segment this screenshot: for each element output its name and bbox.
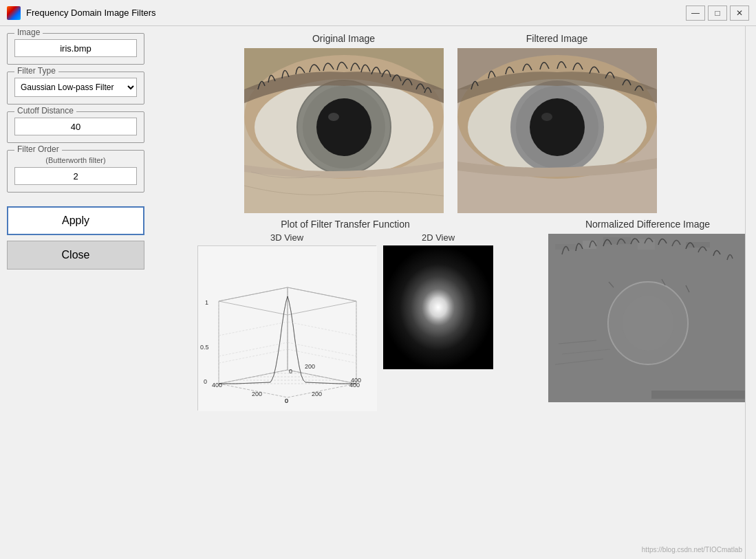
title-bar: Frequency Domain Image Filters — □ ✕ bbox=[0, 0, 756, 26]
2d-plot-display bbox=[383, 245, 493, 369]
svg-text:400: 400 bbox=[212, 382, 222, 388]
filter-type-select[interactable]: Gaussian Low-pass Filter Butterworth Low… bbox=[14, 78, 137, 97]
filter-order-label: Filter Order bbox=[14, 144, 62, 154]
close-button[interactable]: Close bbox=[7, 241, 144, 270]
svg-text:0.5: 0.5 bbox=[200, 344, 209, 351]
filter-plots: Plot of Filter Transfer Function 3D View bbox=[151, 219, 539, 552]
svg-point-15 bbox=[530, 98, 585, 156]
filter-order-input[interactable] bbox=[14, 167, 137, 185]
filter-type-group: Filter Type Gaussian Low-pass Filter But… bbox=[7, 72, 144, 105]
original-image-label: Original Image bbox=[312, 33, 375, 44]
svg-rect-66 bbox=[651, 391, 748, 399]
svg-point-59 bbox=[622, 296, 674, 351]
filter-type-label: Filter Type bbox=[14, 66, 58, 76]
cutoff-distance-group: Cutoff Distance bbox=[7, 111, 144, 143]
svg-point-16 bbox=[541, 113, 552, 121]
svg-text:200: 200 bbox=[252, 391, 262, 397]
filtered-image-label: Filtered Image bbox=[526, 33, 587, 44]
normalized-image-display bbox=[548, 234, 748, 402]
scrollbar[interactable] bbox=[745, 26, 756, 559]
filtered-image-section: Filtered Image bbox=[457, 33, 657, 213]
plot-2d-section: 2D View bbox=[383, 232, 493, 410]
svg-text:0: 0 bbox=[204, 378, 207, 385]
filter-order-group: Filter Order (Butterworth filter) bbox=[7, 150, 144, 193]
2d-view-label: 2D View bbox=[422, 232, 455, 243]
filter-plots-label: Plot of Filter Transfer Function bbox=[151, 219, 539, 230]
image-filename-input[interactable] bbox=[14, 39, 137, 57]
svg-text:200: 200 bbox=[312, 391, 322, 397]
image-group: Image bbox=[7, 33, 144, 65]
svg-text:400: 400 bbox=[351, 377, 361, 384]
original-image-section: Original Image bbox=[244, 33, 444, 213]
cutoff-distance-input[interactable] bbox=[14, 118, 137, 135]
original-image-display bbox=[244, 48, 444, 213]
right-panel: Original Image bbox=[151, 33, 749, 552]
svg-rect-54 bbox=[603, 237, 631, 244]
svg-point-49 bbox=[383, 245, 493, 369]
svg-text:0: 0 bbox=[289, 368, 292, 375]
left-panel: Image Filter Type Gaussian Low-pass Filt… bbox=[7, 33, 144, 552]
window-title: Frequency Domain Image Filters bbox=[26, 8, 686, 18]
plot-3d-section: 3D View bbox=[197, 232, 376, 410]
close-window-button[interactable]: ✕ bbox=[730, 6, 749, 21]
normalized-difference-section: Normalized Difference Image bbox=[546, 219, 749, 552]
3d-plot-display: 400 200 0 200 400 0 0 0.5 bbox=[197, 245, 376, 410]
filtered-image-display bbox=[457, 48, 657, 213]
3d-view-label: 3D View bbox=[270, 232, 303, 243]
image-group-label: Image bbox=[14, 28, 43, 37]
plots-row: 3D View bbox=[151, 232, 539, 410]
svg-text:200: 200 bbox=[305, 363, 315, 370]
cutoff-distance-label: Cutoff Distance bbox=[14, 106, 76, 116]
bottom-section: Plot of Filter Transfer Function 3D View bbox=[151, 219, 749, 552]
maximize-button[interactable]: □ bbox=[708, 6, 727, 21]
main-window: Frequency Domain Image Filters — □ ✕ Ima… bbox=[0, 0, 756, 559]
window-controls: — □ ✕ bbox=[686, 6, 749, 21]
action-buttons: Apply Close bbox=[7, 206, 144, 270]
svg-text:0: 0 bbox=[285, 397, 288, 404]
minimize-button[interactable]: — bbox=[686, 6, 705, 21]
svg-point-8 bbox=[328, 113, 339, 121]
filter-order-sublabel: (Butterworth filter) bbox=[14, 156, 137, 164]
svg-text:1: 1 bbox=[205, 299, 208, 306]
normalized-difference-label: Normalized Difference Image bbox=[585, 219, 710, 230]
content-area: Image Filter Type Gaussian Low-pass Filt… bbox=[0, 26, 756, 559]
app-icon bbox=[7, 6, 21, 20]
watermark-text: https://blog.csdn.net/TIOCmatlab bbox=[642, 546, 742, 553]
svg-point-7 bbox=[316, 98, 371, 156]
apply-button[interactable]: Apply bbox=[7, 206, 144, 235]
top-images-row: Original Image bbox=[151, 33, 749, 213]
